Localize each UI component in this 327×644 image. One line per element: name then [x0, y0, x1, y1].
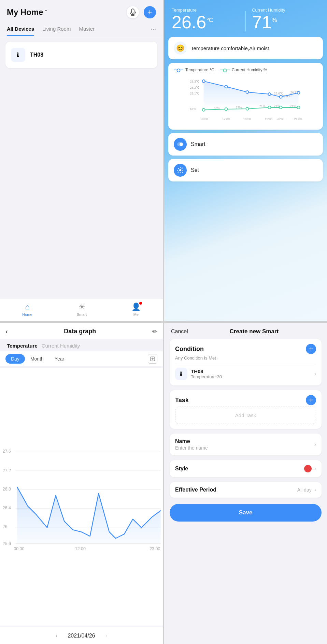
svg-text:71%: 71%	[259, 104, 266, 108]
chart-area-fill	[17, 487, 161, 544]
condition-device-row[interactable]: 🌡 TH08 Temperature:30 ›	[175, 364, 316, 381]
svg-text:26.4: 26.4	[3, 506, 11, 510]
set-row: Set	[174, 164, 317, 177]
style-row[interactable]: Style ›	[170, 460, 322, 477]
humidity-unit: %	[272, 17, 277, 24]
condition-device-name: TH08	[191, 368, 311, 374]
export-button[interactable]	[148, 354, 157, 364]
set-card[interactable]: Set	[168, 159, 323, 181]
toggle-icon	[177, 142, 183, 146]
smart-row: Smart	[174, 138, 317, 151]
back-button[interactable]: ‹	[5, 327, 8, 335]
temp-area	[204, 81, 299, 106]
svg-text:00:00: 00:00	[14, 546, 24, 551]
add-task-button[interactable]: +	[306, 395, 316, 405]
period-month-button[interactable]: Month	[25, 354, 49, 364]
temperature-unit: ℃	[206, 17, 213, 24]
legend-humidity: Current Humidity %	[220, 68, 267, 72]
task-title: Task	[175, 397, 189, 404]
temperature-label: Temperature	[172, 8, 239, 13]
notification-badge	[139, 302, 142, 305]
style-chevron: ›	[314, 466, 316, 472]
condition-section: Condition + Any Condition Is Met › 🌡 TH0…	[170, 339, 322, 385]
task-add-box[interactable]: Add Task	[175, 407, 316, 424]
svg-text:23:00: 23:00	[150, 546, 160, 551]
name-row[interactable]: Name Enter the name ›	[170, 434, 322, 455]
device-list: 🌡 TH08	[0, 36, 163, 299]
cancel-button[interactable]: Cancel	[171, 328, 188, 335]
temp-point-2	[246, 91, 249, 93]
tabs-more-button[interactable]: ···	[151, 23, 156, 36]
home-header-icons: +	[127, 6, 156, 18]
style-row-left: Style	[175, 466, 188, 472]
nav-smart[interactable]: ☀ Smart	[77, 303, 87, 317]
tab-living-room[interactable]: Living Room	[42, 23, 71, 36]
svg-text:19:00: 19:00	[265, 117, 273, 121]
export-icon	[150, 356, 155, 361]
tab-humidity[interactable]: Current Humidity	[39, 342, 82, 349]
nav-me[interactable]: 👤 Me	[131, 303, 141, 317]
comfort-card: 😊 Temperature comfortable,Air moist	[168, 37, 323, 59]
date-prev-button[interactable]: ‹	[55, 632, 57, 639]
date-next-button[interactable]: ›	[105, 632, 108, 639]
smart-card[interactable]: Smart	[168, 133, 323, 156]
tab-temperature[interactable]: Temperature	[5, 342, 39, 349]
svg-text:27.2: 27.2	[3, 468, 11, 473]
thermometer-icon: 🌡	[15, 51, 22, 59]
edit-button[interactable]: ✏	[152, 328, 157, 335]
panel-smart: Cancel Create new Smart Condition + Any …	[164, 323, 327, 644]
home-title[interactable]: My Home ˅	[7, 8, 47, 17]
temperature-block: Temperature 26.6℃	[172, 8, 239, 31]
add-device-button[interactable]: +	[144, 6, 156, 18]
condition-subtitle[interactable]: Any Condition Is Met ›	[175, 355, 316, 361]
hum-point-3	[268, 106, 271, 109]
comfort-row: 😊 Temperature comfortable,Air moist	[174, 42, 317, 55]
set-icon	[174, 164, 187, 177]
style-title: Style	[175, 466, 188, 472]
add-condition-button[interactable]: +	[306, 344, 316, 354]
nav-home[interactable]: ⌂ Home	[22, 303, 32, 317]
condition-title: Condition	[175, 346, 204, 353]
graph-type-tabs: Temperature Current Humidity	[0, 339, 163, 351]
bottom-nav: ⌂ Home ☀ Smart 👤 Me	[0, 299, 163, 321]
me-icon-wrap: 👤	[131, 303, 141, 311]
humidity-value: 71%	[252, 13, 319, 31]
create-smart-title: Create new Smart	[188, 328, 320, 335]
condition-device-icon: 🌡	[175, 368, 187, 380]
name-row-left: Name Enter the name	[175, 438, 208, 451]
date-label: 2021/04/26	[68, 633, 95, 639]
svg-text:21:00: 21:00	[294, 117, 302, 121]
tab-master[interactable]: Master	[79, 23, 95, 36]
svg-text:27.6: 27.6	[3, 449, 11, 454]
svg-text:65%: 65%	[190, 107, 196, 111]
name-chevron: ›	[314, 441, 316, 448]
effective-value: All day	[297, 487, 312, 493]
tab-all-devices[interactable]: All Devices	[7, 23, 34, 36]
temp-point-0	[202, 80, 205, 83]
chart-card: Temperature ℃ Current Humidity %	[168, 63, 323, 130]
svg-text:18:00: 18:00	[243, 117, 251, 121]
period-year-button[interactable]: Year	[49, 354, 70, 364]
date-nav: ‹ 2021/04/26 ›	[0, 627, 163, 644]
condition-header: Condition +	[175, 344, 316, 354]
legend-temp: Temperature ℃	[174, 68, 214, 72]
save-button[interactable]: Save	[170, 504, 322, 522]
style-row-right: ›	[304, 465, 316, 472]
graph-header: ‹ Data graph ✏	[0, 323, 163, 339]
mic-button[interactable]	[127, 6, 139, 18]
temp-point-1	[225, 85, 228, 88]
task-add-label: Add Task	[235, 412, 256, 418]
period-day-button[interactable]: Day	[5, 354, 25, 364]
device-card-th08[interactable]: 🌡 TH08	[5, 42, 157, 68]
home-tabs: All Devices Living Room Master ···	[0, 23, 163, 36]
smart-body: Condition + Any Condition Is Met › 🌡 TH0…	[164, 339, 327, 644]
effective-period-row[interactable]: Effective Period All day ›	[170, 482, 322, 498]
svg-point-23	[179, 169, 181, 171]
hum-point-2	[246, 107, 249, 110]
svg-text:17:00: 17:00	[222, 117, 230, 121]
panel-graph: ‹ Data graph ✏ Temperature Current Humid…	[0, 323, 163, 644]
temp-point-4	[280, 96, 282, 98]
chart-legend: Temperature ℃ Current Humidity %	[174, 68, 317, 72]
panel-detail: Temperature 26.6℃ Current Humidity 71% 😊…	[164, 0, 327, 321]
home-title-text: My Home	[7, 8, 43, 17]
